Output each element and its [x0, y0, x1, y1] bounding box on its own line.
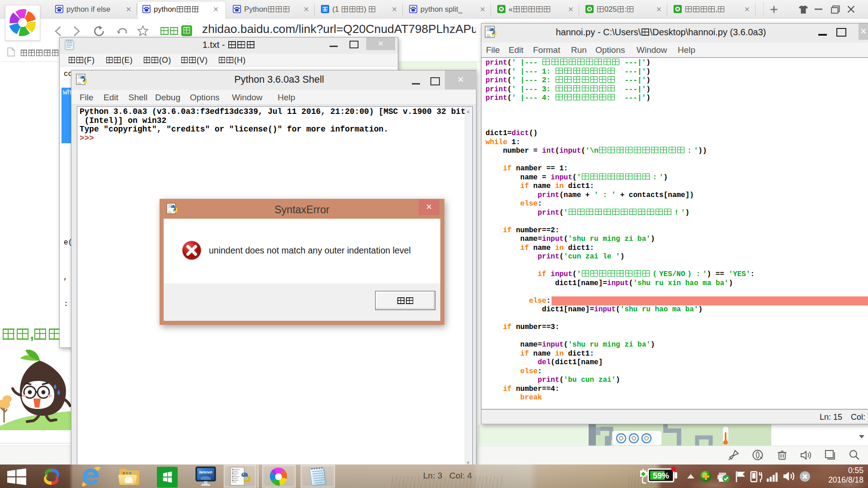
svg-text:lenovo: lenovo	[199, 470, 212, 474]
svg-text:59%: 59%	[653, 471, 669, 480]
